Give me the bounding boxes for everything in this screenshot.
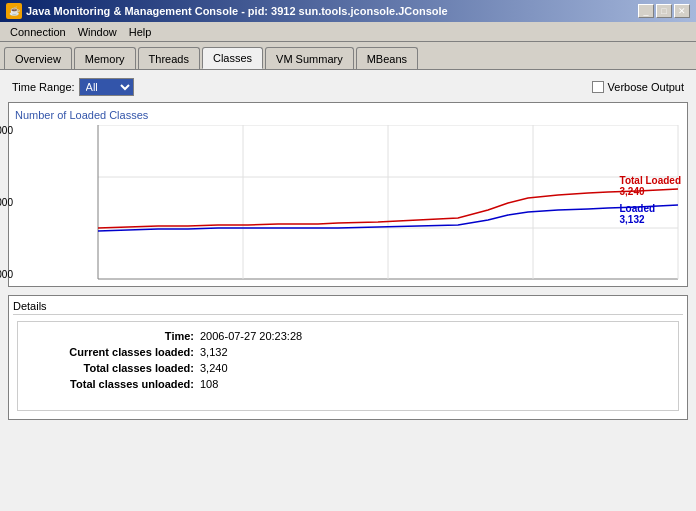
title-bar: ☕ Java Monitoring & Management Console -… [0, 0, 696, 22]
time-range-group: Time Range: All 1 min 5 min 10 min [12, 78, 134, 96]
chart-svg: 20:10 20:15 20:20 [95, 125, 681, 280]
detail-label-unloaded: Total classes unloaded: [34, 378, 194, 390]
menu-connection[interactable]: Connection [4, 25, 72, 39]
verbose-checkbox[interactable] [592, 81, 604, 93]
details-title: Details [13, 300, 683, 315]
menu-bar: Connection Window Help [0, 22, 696, 42]
tab-mbeans[interactable]: MBeans [356, 47, 418, 69]
maximize-button[interactable]: □ [656, 4, 672, 18]
detail-row-time: Time: 2006-07-27 20:23:28 [34, 330, 662, 342]
legend-loaded-label: Loaded 3,132 [620, 203, 681, 225]
detail-row-total-loaded: Total classes loaded: 3,240 [34, 362, 662, 374]
tab-overview[interactable]: Overview [4, 47, 72, 69]
title-bar-text: Java Monitoring & Management Console - p… [26, 5, 448, 17]
y-axis-labels: 4,000 3,000 2,000 [0, 125, 13, 280]
detail-value-total-loaded: 3,240 [200, 362, 228, 374]
time-range-label: Time Range: [12, 81, 75, 93]
detail-label-total-loaded: Total classes loaded: [34, 362, 194, 374]
detail-value-unloaded: 108 [200, 378, 218, 390]
verbose-group: Verbose Output [592, 81, 684, 93]
chart-title: Number of Loaded Classes [15, 109, 681, 121]
tab-bar: Overview Memory Threads Classes VM Summa… [0, 42, 696, 70]
main-content: Time Range: All 1 min 5 min 10 min Verbo… [0, 70, 696, 511]
tab-vm-summary[interactable]: VM Summary [265, 47, 354, 69]
minimize-button[interactable]: _ [638, 4, 654, 18]
y-label-4000: 4,000 [0, 125, 13, 136]
verbose-label: Verbose Output [608, 81, 684, 93]
window-controls: _ □ ✕ [638, 4, 690, 18]
menu-help[interactable]: Help [123, 25, 158, 39]
detail-value-current: 3,132 [200, 346, 228, 358]
menu-window[interactable]: Window [72, 25, 123, 39]
detail-label-current: Current classes loaded: [34, 346, 194, 358]
details-content: Time: 2006-07-27 20:23:28 Current classe… [17, 321, 679, 411]
chart-area: 20:10 20:15 20:20 Total Loaded 3,240 Loa… [95, 125, 681, 280]
tab-threads[interactable]: Threads [138, 47, 200, 69]
tab-memory[interactable]: Memory [74, 47, 136, 69]
chart-legend: Total Loaded 3,240 Loaded 3,132 [620, 175, 681, 225]
details-panel: Details Time: 2006-07-27 20:23:28 Curren… [8, 295, 688, 420]
detail-row-current: Current classes loaded: 3,132 [34, 346, 662, 358]
y-label-2000: 2,000 [0, 269, 13, 280]
detail-label-time: Time: [34, 330, 194, 342]
tab-classes[interactable]: Classes [202, 47, 263, 69]
y-label-3000: 3,000 [0, 197, 13, 208]
detail-row-unloaded: Total classes unloaded: 108 [34, 378, 662, 390]
detail-value-time: 2006-07-27 20:23:28 [200, 330, 302, 342]
app-icon: ☕ [6, 3, 22, 19]
close-button[interactable]: ✕ [674, 4, 690, 18]
legend-total-loaded-label: Total Loaded 3,240 [620, 175, 681, 197]
time-range-select[interactable]: All 1 min 5 min 10 min [79, 78, 134, 96]
chart-panel: Number of Loaded Classes 4,000 3,000 2,0… [8, 102, 688, 287]
controls-row: Time Range: All 1 min 5 min 10 min Verbo… [8, 78, 688, 96]
